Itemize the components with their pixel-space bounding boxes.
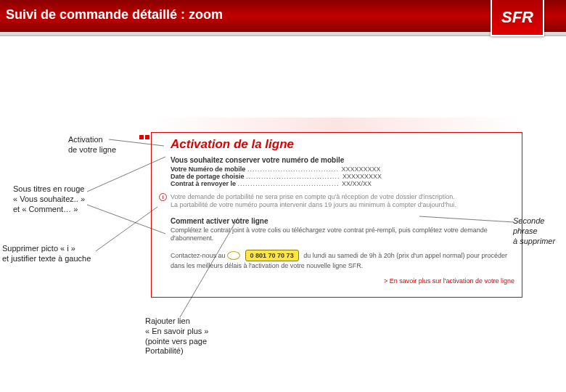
svg-line-3 [96, 207, 157, 251]
info-line-2: La portabilité de votre numéro pourra in… [171, 201, 456, 208]
row-label: Contrat à renvoyer le [171, 180, 236, 187]
annotation-seconde-phrase: Seconde phraseà supprimer [513, 216, 565, 246]
row-contract-date: Contrat à renvoyer le ..................… [171, 180, 514, 187]
annotation-rajouter-lien: Rajouter lien« En savoir plus »(pointe v… [145, 317, 208, 356]
panel-subtitle-2: Comment activer votre ligne [171, 217, 514, 225]
dots: ..................................... [246, 173, 343, 180]
row-portage-date: Date de portage choisie ................… [171, 173, 514, 180]
annotation-supprimer-picto: Supprimer picto « i »et justifier texte … [2, 244, 91, 264]
row-value: XXXXXXXXX [341, 166, 380, 173]
activate-instruction: Complétez le contrat joint à votre colis… [171, 226, 514, 243]
row-mobile-number: Votre Numéro de mobile .................… [171, 166, 514, 173]
info-line-1: Votre demande de portabilité ne sera pri… [171, 193, 455, 200]
row-label: Date de portage choisie [171, 173, 245, 180]
dots: ........................................ [238, 180, 343, 187]
row-value: XX/XX/XX [342, 180, 372, 187]
contact-line: Contactez-nous au 0 801 70 70 73 du lund… [171, 250, 514, 270]
learn-more-link[interactable]: > En savoir plus sur l'activation de vot… [171, 277, 514, 285]
annotation-activation: Activationde votre ligne [68, 135, 116, 155]
contact-pre: Contactez-nous au [171, 252, 226, 259]
gradient-strip [151, 118, 522, 132]
annotation-sous-titres: Sous titres en rouge« Vous souhaitez.. »… [13, 184, 85, 214]
phone-highlight-ring-icon [227, 251, 240, 260]
page-title: Suivi de commande détaillé : zoom [6, 7, 223, 23]
header-underline [0, 32, 566, 36]
info-block: i Votre demande de portabilité ne sera p… [171, 193, 514, 210]
panel-title: Activation de la ligne [171, 137, 514, 152]
dots: .................................... [247, 166, 342, 173]
info-icon: i [159, 193, 167, 201]
phone-badge: 0 801 70 70 73 [245, 250, 299, 261]
sfr-logo: SFR [491, 0, 544, 36]
activation-panel: Activation de la ligne Vous souhaitez co… [151, 132, 522, 298]
row-label: Votre Numéro de mobile [171, 166, 245, 173]
panel-subtitle-1: Vous souhaitez conserver votre numéro de… [171, 156, 514, 164]
row-value: XXXXXXXXX [343, 173, 382, 180]
